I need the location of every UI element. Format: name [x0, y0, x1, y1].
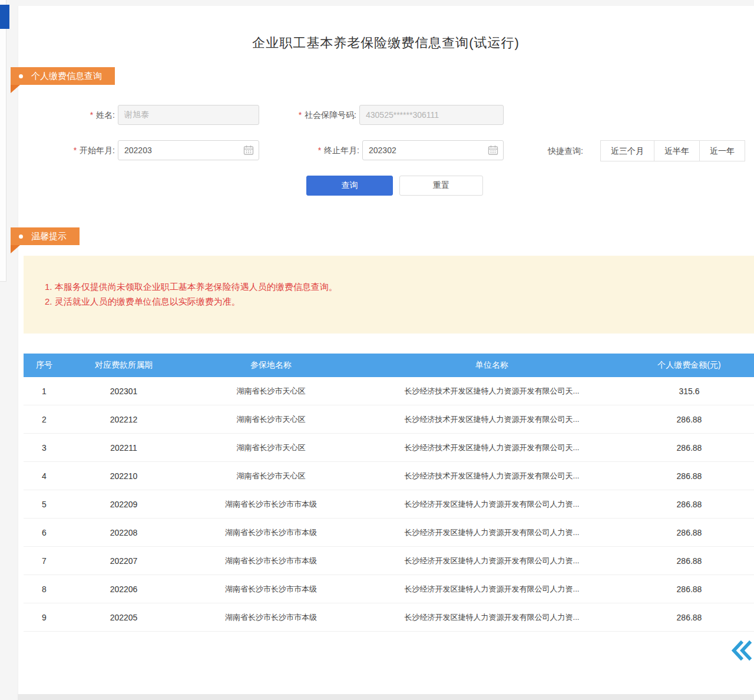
notice-line-1: 1. 本服务仅提供尚未领取企业职工基本养老保险待遇人员的缴费信息查询。 [45, 279, 754, 294]
section-header-tips-label: 温馨提示 [31, 231, 67, 241]
cell-company: 长沙经济开发区捷特人力资源开发有限公司人力资... [359, 612, 624, 623]
cell-amount: 286.88 [624, 471, 754, 481]
cell-seq: 2 [24, 415, 65, 424]
start-month-label: *开始年月: [52, 140, 115, 160]
cell-area: 湖南省长沙市长沙市市本级 [183, 584, 359, 595]
table-row: 9 202205 湖南省长沙市长沙市市本级 长沙经济开发区捷特人力资源开发有限公… [24, 603, 754, 632]
bullet-dot-icon [19, 235, 23, 239]
ssn-field[interactable] [359, 105, 504, 125]
required-asterisk: * [318, 146, 321, 155]
start-month-picker [118, 140, 259, 160]
quick-btn-1year[interactable]: 近一年 [699, 140, 745, 161]
section-header-query: 个人缴费信息查询 [11, 67, 115, 85]
cell-seq: 3 [24, 443, 65, 453]
cell-company: 长沙经济开发区捷特人力资源开发有限公司人力资... [359, 584, 624, 595]
double-chevron-left-icon[interactable] [730, 638, 753, 663]
cell-area: 湖南省长沙市长沙市市本级 [183, 527, 359, 538]
cell-amount: 286.88 [624, 500, 754, 509]
ribbon-fold [11, 245, 20, 253]
table-row: 6 202208 湖南省长沙市长沙市市本级 长沙经济开发区捷特人力资源开发有限公… [24, 519, 754, 547]
cell-seq: 8 [24, 585, 65, 594]
col-header-area: 参保地名称 [183, 360, 359, 371]
table-row: 4 202210 湖南省长沙市天心区 长沙经济技术开发区捷特人力资源开发有限公司… [24, 462, 754, 490]
start-month-field[interactable] [118, 140, 259, 160]
col-header-period: 对应费款所属期 [65, 360, 183, 371]
table-row: 3 202211 湖南省长沙市天心区 长沙经济技术开发区捷特人力资源开发有限公司… [24, 434, 754, 462]
cell-seq: 9 [24, 613, 65, 622]
cell-period: 202207 [65, 556, 183, 566]
bullet-dot-icon [19, 74, 23, 78]
cell-area: 湖南省长沙市天心区 [183, 386, 359, 397]
query-button[interactable]: 查询 [306, 176, 393, 196]
end-month-label: *终止年月: [296, 140, 359, 160]
required-asterisk: * [299, 110, 302, 120]
cell-area: 湖南省长沙市长沙市市本级 [183, 499, 359, 510]
cell-amount: 286.88 [624, 613, 754, 622]
required-asterisk: * [74, 146, 77, 155]
table-row: 2 202212 湖南省长沙市天心区 长沙经济技术开发区捷特人力资源开发有限公司… [24, 405, 754, 434]
quick-btn-3months[interactable]: 近三个月 [600, 140, 654, 161]
notice-box: 1. 本服务仅提供尚未领取企业职工基本养老保险待遇人员的缴费信息查询。 2. 灵… [24, 256, 754, 334]
ssn-label: *社会保障号码: [271, 105, 356, 125]
notice-line-2: 2. 灵活就业人员的缴费单位信息以实际缴费为准。 [45, 294, 754, 309]
cell-company: 长沙经济技术开发区捷特人力资源开发有限公司天... [359, 471, 624, 481]
end-month-picker [362, 140, 504, 160]
cell-seq: 7 [24, 556, 65, 566]
cell-amount: 286.88 [624, 556, 754, 566]
table-header-row: 序号 对应费款所属期 参保地名称 单位名称 个人缴费金额(元) [24, 354, 754, 377]
cell-company: 长沙经济技术开发区捷特人力资源开发有限公司天... [359, 443, 624, 453]
cell-seq: 6 [24, 528, 65, 537]
cell-company: 长沙经济开发区捷特人力资源开发有限公司人力资... [359, 499, 624, 510]
cell-period: 202211 [65, 443, 183, 453]
table-row: 5 202209 湖南省长沙市长沙市市本级 长沙经济开发区捷特人力资源开发有限公… [24, 490, 754, 519]
col-header-company: 单位名称 [359, 360, 624, 371]
cell-area: 湖南省长沙市天心区 [183, 443, 359, 453]
results-table: 序号 对应费款所属期 参保地名称 单位名称 个人缴费金额(元) 1 202301… [24, 354, 754, 632]
section-header-query-label: 个人缴费信息查询 [31, 71, 102, 81]
cell-area: 湖南省长沙市天心区 [183, 471, 359, 481]
quick-query-group: 近三个月 近半年 近一年 [601, 140, 745, 161]
calendar-icon[interactable] [243, 145, 254, 156]
name-field[interactable] [118, 105, 259, 125]
calendar-icon[interactable] [488, 145, 498, 156]
bottom-strip [18, 694, 754, 700]
cell-period: 202210 [65, 471, 183, 481]
end-month-field[interactable] [362, 140, 504, 160]
quick-btn-halfyear[interactable]: 近半年 [654, 140, 700, 161]
cell-period: 202212 [65, 415, 183, 424]
page: 企业职工基本养老保险缴费信息查询(试运行) 个人缴费信息查询 *姓名: *社会保… [0, 0, 754, 700]
cell-amount: 286.88 [624, 443, 754, 453]
quick-query-label: 快捷查询: [548, 140, 583, 161]
cell-amount: 315.6 [624, 387, 754, 396]
cell-area: 湖南省长沙市长沙市市本级 [183, 556, 359, 566]
cell-period: 202206 [65, 585, 183, 594]
cell-company: 长沙经济开发区捷特人力资源开发有限公司人力资... [359, 556, 624, 566]
cell-period: 202208 [65, 528, 183, 537]
cell-amount: 286.88 [624, 585, 754, 594]
cell-seq: 5 [24, 500, 65, 509]
left-gutter [0, 0, 6, 282]
table-row: 1 202301 湖南省长沙市天心区 长沙经济技术开发区捷特人力资源开发有限公司… [24, 377, 754, 405]
cell-period: 202209 [65, 500, 183, 509]
cell-company: 长沙经济开发区捷特人力资源开发有限公司人力资... [359, 527, 624, 538]
cell-seq: 4 [24, 471, 65, 481]
name-label: *姓名: [59, 105, 115, 125]
section-header-tips: 温馨提示 [11, 227, 80, 245]
col-header-amount: 个人缴费金额(元) [624, 360, 754, 371]
cell-seq: 1 [24, 387, 65, 396]
reset-button[interactable]: 重置 [399, 176, 483, 196]
table-row: 8 202206 湖南省长沙市长沙市市本级 长沙经济开发区捷特人力资源开发有限公… [24, 575, 754, 603]
page-title: 企业职工基本养老保险缴费信息查询(试运行) [18, 34, 754, 52]
cell-company: 长沙经济技术开发区捷特人力资源开发有限公司天... [359, 386, 624, 397]
sidebar-tab[interactable] [0, 5, 9, 29]
required-asterisk: * [90, 110, 93, 120]
cell-area: 湖南省长沙市天心区 [183, 414, 359, 425]
col-header-seq: 序号 [24, 360, 65, 371]
cell-amount: 286.88 [624, 528, 754, 537]
cell-company: 长沙经济技术开发区捷特人力资源开发有限公司天... [359, 414, 624, 425]
ribbon-fold [11, 85, 20, 93]
table-row: 7 202207 湖南省长沙市长沙市市本级 长沙经济开发区捷特人力资源开发有限公… [24, 547, 754, 575]
cell-area: 湖南省长沙市长沙市市本级 [183, 612, 359, 623]
cell-period: 202205 [65, 613, 183, 622]
cell-amount: 286.88 [624, 415, 754, 424]
